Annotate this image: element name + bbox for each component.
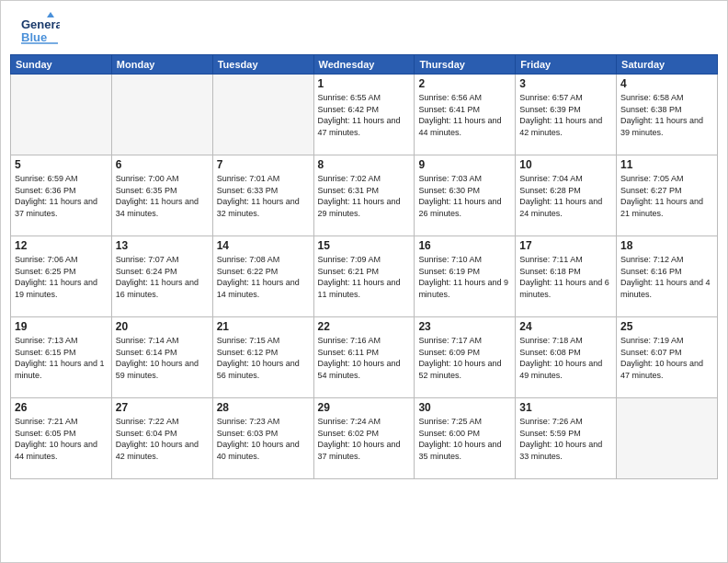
day-info: Sunrise: 6:59 AMSunset: 6:36 PMDaylight:…: [15, 173, 108, 219]
day-info: Sunrise: 7:15 AMSunset: 6:12 PMDaylight:…: [217, 335, 310, 381]
day-info: Sunrise: 7:25 AMSunset: 6:00 PMDaylight:…: [418, 416, 511, 462]
day-number: 28: [217, 401, 310, 414]
day-number: 13: [116, 239, 209, 252]
day-info: Sunrise: 7:17 AMSunset: 6:09 PMDaylight:…: [418, 335, 511, 381]
day-cell: 27Sunrise: 7:22 AMSunset: 6:04 PMDayligh…: [111, 398, 212, 479]
day-info: Sunrise: 7:02 AMSunset: 6:31 PMDaylight:…: [318, 173, 411, 219]
day-info: Sunrise: 6:56 AMSunset: 6:41 PMDaylight:…: [418, 92, 511, 138]
day-info: Sunrise: 7:16 AMSunset: 6:11 PMDaylight:…: [318, 335, 411, 381]
day-number: 7: [217, 158, 310, 171]
day-cell: 28Sunrise: 7:23 AMSunset: 6:03 PMDayligh…: [212, 398, 313, 479]
week-row-3: 19Sunrise: 7:13 AMSunset: 6:15 PMDayligh…: [11, 317, 718, 398]
day-cell: 26Sunrise: 7:21 AMSunset: 6:05 PMDayligh…: [11, 398, 112, 479]
day-info: Sunrise: 7:03 AMSunset: 6:30 PMDaylight:…: [418, 173, 511, 219]
day-info: Sunrise: 7:22 AMSunset: 6:04 PMDaylight:…: [116, 416, 209, 462]
day-cell: 29Sunrise: 7:24 AMSunset: 6:02 PMDayligh…: [313, 398, 415, 479]
day-info: Sunrise: 7:04 AMSunset: 6:28 PMDaylight:…: [519, 173, 612, 219]
day-number: 2: [418, 77, 511, 90]
week-row-0: 1Sunrise: 6:55 AMSunset: 6:42 PMDaylight…: [11, 75, 718, 155]
day-number: 14: [217, 239, 310, 252]
day-number: 5: [15, 158, 108, 171]
day-number: 1: [318, 77, 411, 90]
day-cell: [11, 75, 112, 155]
day-number: 11: [620, 158, 713, 171]
day-number: 10: [519, 158, 612, 171]
day-cell: 13Sunrise: 7:07 AMSunset: 6:24 PMDayligh…: [111, 236, 212, 317]
day-info: Sunrise: 7:14 AMSunset: 6:14 PMDaylight:…: [116, 335, 209, 381]
day-info: Sunrise: 7:01 AMSunset: 6:33 PMDaylight:…: [217, 173, 310, 219]
day-info: Sunrise: 7:13 AMSunset: 6:15 PMDaylight:…: [15, 335, 108, 381]
day-info: Sunrise: 7:11 AMSunset: 6:18 PMDaylight:…: [519, 254, 612, 300]
day-number: 9: [418, 158, 511, 171]
day-number: 22: [318, 320, 411, 333]
day-number: 31: [519, 401, 612, 414]
day-number: 23: [418, 320, 511, 333]
day-info: Sunrise: 7:10 AMSunset: 6:19 PMDaylight:…: [418, 254, 511, 300]
day-number: 4: [620, 77, 713, 90]
day-info: Sunrise: 7:09 AMSunset: 6:21 PMDaylight:…: [318, 254, 411, 300]
weekday-header-saturday: Saturday: [617, 55, 718, 75]
week-row-4: 26Sunrise: 7:21 AMSunset: 6:05 PMDayligh…: [11, 398, 718, 479]
day-cell: 18Sunrise: 7:12 AMSunset: 6:16 PMDayligh…: [617, 236, 718, 317]
day-cell: 7Sunrise: 7:01 AMSunset: 6:33 PMDaylight…: [212, 155, 313, 236]
day-number: 15: [318, 239, 411, 252]
day-number: 19: [15, 320, 108, 333]
day-info: Sunrise: 7:21 AMSunset: 6:05 PMDaylight:…: [15, 416, 108, 462]
day-number: 27: [116, 401, 209, 414]
day-info: Sunrise: 7:19 AMSunset: 6:07 PMDaylight:…: [620, 335, 713, 381]
weekday-header-row: SundayMondayTuesdayWednesdayThursdayFrid…: [11, 55, 718, 75]
day-cell: 21Sunrise: 7:15 AMSunset: 6:12 PMDayligh…: [212, 317, 313, 398]
week-row-2: 12Sunrise: 7:06 AMSunset: 6:25 PMDayligh…: [11, 236, 718, 317]
logo: General Blue: [19, 10, 60, 51]
day-info: Sunrise: 7:08 AMSunset: 6:22 PMDaylight:…: [217, 254, 310, 300]
day-info: Sunrise: 7:05 AMSunset: 6:27 PMDaylight:…: [620, 173, 713, 219]
day-info: Sunrise: 7:23 AMSunset: 6:03 PMDaylight:…: [217, 416, 310, 462]
day-cell: 1Sunrise: 6:55 AMSunset: 6:42 PMDaylight…: [313, 75, 415, 155]
day-cell: 19Sunrise: 7:13 AMSunset: 6:15 PMDayligh…: [11, 317, 112, 398]
weekday-header-wednesday: Wednesday: [313, 55, 415, 75]
day-number: 20: [116, 320, 209, 333]
day-cell: [212, 75, 313, 155]
day-cell: 31Sunrise: 7:26 AMSunset: 5:59 PMDayligh…: [516, 398, 617, 479]
day-cell: 2Sunrise: 6:56 AMSunset: 6:41 PMDaylight…: [415, 75, 516, 155]
day-cell: 4Sunrise: 6:58 AMSunset: 6:38 PMDaylight…: [617, 75, 718, 155]
day-info: Sunrise: 6:55 AMSunset: 6:42 PMDaylight:…: [318, 92, 411, 138]
day-info: Sunrise: 7:18 AMSunset: 6:08 PMDaylight:…: [519, 335, 612, 381]
day-number: 16: [418, 239, 511, 252]
day-cell: 5Sunrise: 6:59 AMSunset: 6:36 PMDaylight…: [11, 155, 112, 236]
weekday-header-friday: Friday: [516, 55, 617, 75]
day-cell: 14Sunrise: 7:08 AMSunset: 6:22 PMDayligh…: [212, 236, 313, 317]
day-number: 12: [15, 239, 108, 252]
day-number: 30: [418, 401, 511, 414]
weekday-header-tuesday: Tuesday: [212, 55, 313, 75]
day-cell: 20Sunrise: 7:14 AMSunset: 6:14 PMDayligh…: [111, 317, 212, 398]
day-cell: 25Sunrise: 7:19 AMSunset: 6:07 PMDayligh…: [617, 317, 718, 398]
day-info: Sunrise: 6:57 AMSunset: 6:39 PMDaylight:…: [519, 92, 612, 138]
svg-text:General: General: [21, 17, 60, 31]
day-cell: 22Sunrise: 7:16 AMSunset: 6:11 PMDayligh…: [313, 317, 415, 398]
day-number: 17: [519, 239, 612, 252]
day-number: 3: [519, 77, 612, 90]
weekday-header-monday: Monday: [111, 55, 212, 75]
day-number: 8: [318, 158, 411, 171]
day-info: Sunrise: 6:58 AMSunset: 6:38 PMDaylight:…: [620, 92, 713, 138]
svg-marker-1: [47, 12, 54, 17]
day-info: Sunrise: 7:12 AMSunset: 6:16 PMDaylight:…: [620, 254, 713, 300]
day-number: 29: [318, 401, 411, 414]
svg-text:Blue: Blue: [21, 30, 47, 44]
day-info: Sunrise: 7:06 AMSunset: 6:25 PMDaylight:…: [15, 254, 108, 300]
day-cell: 3Sunrise: 6:57 AMSunset: 6:39 PMDaylight…: [516, 75, 617, 155]
day-number: 6: [116, 158, 209, 171]
day-number: 21: [217, 320, 310, 333]
calendar-page: General Blue SundayMondayTuesdayWednesda…: [0, 0, 728, 563]
calendar-table: SundayMondayTuesdayWednesdayThursdayFrid…: [10, 54, 718, 479]
day-cell: 10Sunrise: 7:04 AMSunset: 6:28 PMDayligh…: [516, 155, 617, 236]
day-cell: 23Sunrise: 7:17 AMSunset: 6:09 PMDayligh…: [415, 317, 516, 398]
day-cell: 12Sunrise: 7:06 AMSunset: 6:25 PMDayligh…: [11, 236, 112, 317]
day-cell: [111, 75, 212, 155]
day-info: Sunrise: 7:24 AMSunset: 6:02 PMDaylight:…: [318, 416, 411, 462]
weekday-header-thursday: Thursday: [415, 55, 516, 75]
day-number: 25: [620, 320, 713, 333]
day-number: 24: [519, 320, 612, 333]
day-cell: [617, 398, 718, 479]
